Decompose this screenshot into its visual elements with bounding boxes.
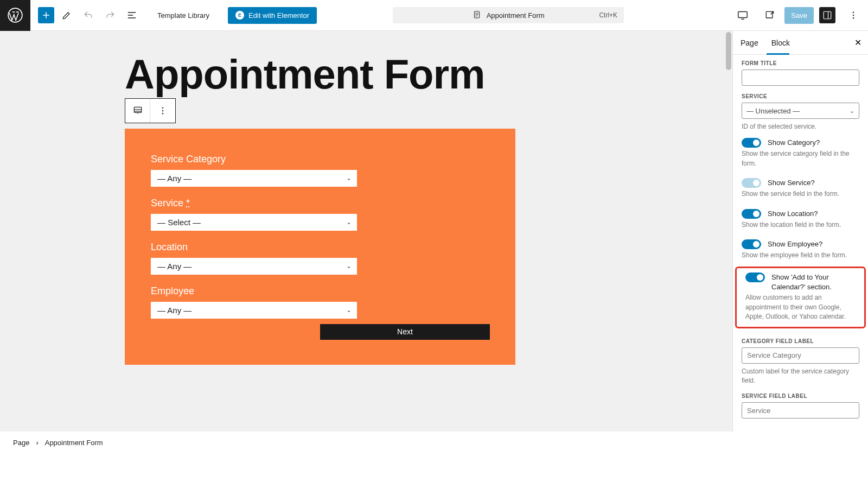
view-page-icon[interactable] xyxy=(761,6,779,24)
block-options-icon[interactable] xyxy=(150,99,175,123)
category-field-label: CATEGORY FIELD LABEL xyxy=(742,338,859,344)
add-block-button[interactable] xyxy=(38,7,54,23)
employee-value: — Any — xyxy=(157,306,192,315)
canvas-scrollbar[interactable] xyxy=(725,31,732,432)
svg-rect-8 xyxy=(134,107,141,112)
service-value: — Select — xyxy=(157,218,201,227)
next-button-label: Next xyxy=(397,327,413,336)
toggle-show-calendar-label: Show 'Add to Your Calendar?' section. xyxy=(771,272,856,291)
toggle-show-location-label: Show Location? xyxy=(768,209,818,219)
toggle-show-category-label: Show Category? xyxy=(768,138,820,148)
svg-point-7 xyxy=(853,17,854,18)
service-setting-value: — Unselected — xyxy=(746,107,800,115)
location-value: — Any — xyxy=(157,262,192,271)
document-outline-icon[interactable] xyxy=(123,6,141,24)
undo-icon[interactable] xyxy=(79,6,98,24)
chevron-right-icon: › xyxy=(36,439,38,447)
svg-point-6 xyxy=(853,15,854,16)
options-icon[interactable] xyxy=(844,6,863,24)
location-select[interactable]: — Any — ⌄ xyxy=(151,258,357,275)
form-title-input[interactable] xyxy=(742,69,859,86)
save-button-label: Save xyxy=(791,11,807,20)
svg-rect-3 xyxy=(767,11,773,18)
close-icon[interactable]: ✕ xyxy=(854,37,861,48)
keyboard-shortcut: Ctrl+K xyxy=(599,11,617,19)
edit-with-elementor-button[interactable]: E Edit with Elementor xyxy=(228,7,317,24)
toggle-show-service-help: Show the service field in the form. xyxy=(733,189,868,204)
toggle-show-employee[interactable] xyxy=(742,239,761,249)
next-button[interactable]: Next xyxy=(320,324,490,340)
service-setting-help: ID of the selected service. xyxy=(742,122,859,131)
svg-point-9 xyxy=(162,107,163,108)
toggle-show-calendar[interactable] xyxy=(745,272,765,282)
appointment-form-block: Service Category — Any — ⌄ Service * — S… xyxy=(125,129,515,365)
page-title[interactable]: Appointment Form xyxy=(125,53,732,96)
service-field-label: SERVICE FIELD LABEL xyxy=(742,393,859,399)
chevron-down-icon: ⌄ xyxy=(346,306,352,314)
service-category-select[interactable]: — Any — ⌄ xyxy=(151,170,357,187)
service-select[interactable]: — Select — ⌄ xyxy=(151,214,357,231)
service-setting-select[interactable]: — Unselected — ⌄ xyxy=(742,103,859,119)
wordpress-logo[interactable] xyxy=(0,0,30,31)
toggle-show-category-help: Show the service category field in the f… xyxy=(733,149,868,174)
employee-select[interactable]: — Any — ⌄ xyxy=(151,302,357,319)
svg-point-10 xyxy=(162,110,163,111)
service-field-input[interactable] xyxy=(742,402,859,419)
chevron-down-icon: ⌄ xyxy=(346,174,352,182)
elementor-button-label: Edit with Elementor xyxy=(248,11,309,20)
service-label: Service * xyxy=(151,198,489,209)
form-title-label: FORM TITLE xyxy=(742,60,859,66)
toggle-show-service-label: Show Service? xyxy=(768,178,815,188)
svg-point-5 xyxy=(853,12,854,13)
edit-icon[interactable] xyxy=(58,6,76,24)
chevron-down-icon: ⌄ xyxy=(346,262,352,270)
chevron-down-icon: ⌄ xyxy=(346,218,352,226)
chevron-down-icon: ⌄ xyxy=(850,107,854,115)
svg-point-11 xyxy=(162,113,163,114)
service-setting-label: SERVICE xyxy=(742,93,859,99)
location-label: Location xyxy=(151,242,489,253)
required-asterisk: * xyxy=(186,198,190,208)
settings-panel-toggle[interactable] xyxy=(819,7,835,23)
toggle-show-calendar-help: Allow customers to add an appointment to… xyxy=(737,293,864,324)
tab-block[interactable]: Block xyxy=(771,39,790,47)
breadcrumb-current[interactable]: Appointment Form xyxy=(45,439,103,447)
highlighted-setting: Show 'Add to Your Calendar?' section. Al… xyxy=(735,267,866,328)
toggle-show-category[interactable] xyxy=(742,138,761,148)
block-toolbar xyxy=(125,98,176,123)
document-title: Appointment Form xyxy=(487,11,545,20)
document-icon xyxy=(473,10,481,21)
template-library-link[interactable]: Template Library xyxy=(157,11,209,20)
elementor-icon: E xyxy=(235,11,244,20)
document-title-bar[interactable]: Appointment Form Ctrl+K xyxy=(393,7,624,23)
svg-rect-2 xyxy=(738,12,748,18)
service-category-label: Service Category xyxy=(151,154,489,165)
toggle-show-employee-label: Show Employee? xyxy=(768,239,822,249)
svg-rect-4 xyxy=(824,11,831,19)
category-field-input[interactable] xyxy=(742,347,859,364)
toggle-show-location[interactable] xyxy=(742,209,761,219)
breadcrumb-root[interactable]: Page xyxy=(13,439,29,447)
view-desktop-icon[interactable] xyxy=(733,6,752,24)
tab-page[interactable]: Page xyxy=(741,39,758,47)
toggle-show-service[interactable] xyxy=(742,178,761,188)
toggle-show-location-help: Show the location field in the form. xyxy=(733,220,868,235)
save-button[interactable]: Save xyxy=(784,7,814,24)
category-field-help: Custom label for the service category fi… xyxy=(742,367,859,386)
toggle-show-employee-help: Show the employee field in the form. xyxy=(733,251,868,265)
employee-label: Employee xyxy=(151,286,489,297)
redo-icon[interactable] xyxy=(101,6,119,24)
service-category-value: — Any — xyxy=(157,174,192,183)
block-type-icon[interactable] xyxy=(125,99,150,123)
